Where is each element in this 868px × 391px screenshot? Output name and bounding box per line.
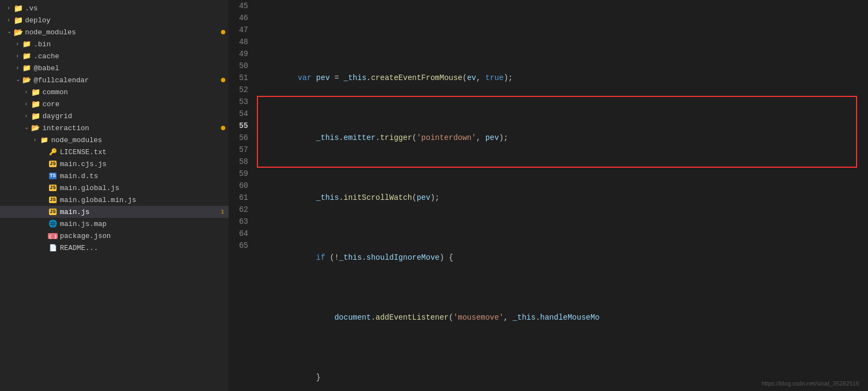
sidebar-item-common[interactable]: › 📁 common — [0, 86, 229, 98]
item-label: main.d.ts — [60, 172, 229, 180]
item-label: node_modules — [25, 28, 221, 36]
sidebar-item-main-global[interactable]: JS main.global.js — [0, 182, 229, 194]
line-num-59: 59 — [237, 168, 248, 180]
js-file-icon: JS — [48, 196, 58, 204]
js-file-icon: JS — [48, 160, 58, 168]
folder-cache-icon: 📁 — [22, 52, 32, 60]
sidebar-item-main-map[interactable]: 🌐 main.js.map — [0, 218, 229, 230]
sidebar-item-core[interactable]: › 📁 core — [0, 98, 229, 110]
item-label: core — [42, 100, 229, 108]
sidebar-item-package-json[interactable]: { } package.json — [0, 230, 229, 242]
item-label: daygrid — [42, 112, 229, 120]
sidebar-item-daygrid[interactable]: › 📁 daygrid — [0, 110, 229, 122]
item-label: deploy — [25, 16, 229, 25]
item-label: README... — [60, 244, 229, 252]
expand-arrow: › — [6, 28, 12, 36]
folder-icon: 📁 — [13, 4, 23, 13]
expand-arrow: › — [13, 65, 22, 71]
folder-icon: 📁 — [30, 88, 40, 96]
line-num-65: 65 — [237, 240, 248, 252]
file-icon: 📄 — [48, 243, 58, 252]
code-line-48: if (!_this.shouldIgnoreMove) { — [261, 252, 857, 264]
line-num-45: 45 — [237, 0, 248, 12]
item-label: package.json — [60, 232, 229, 240]
sidebar-item-bin[interactable]: › 📁 .bin — [0, 38, 229, 50]
ts-file-icon: TS — [48, 172, 58, 180]
line-num-57: 57 — [237, 144, 248, 156]
expand-arrow: › — [30, 137, 39, 143]
sidebar-item-fullcalendar[interactable]: › 📂 @fullcalendar — [0, 74, 229, 86]
line-num-46: 46 — [237, 12, 248, 24]
sidebar-item-vs[interactable]: › 📁 .vs — [0, 2, 229, 14]
line-num-49: 49 — [237, 48, 248, 60]
expand-arrow: › — [22, 89, 30, 95]
sidebar-item-node-modules[interactable]: › 📂 node_modules — [0, 26, 229, 38]
line-num-55: 55 — [237, 120, 248, 132]
modified-count: 1 — [220, 209, 224, 215]
sidebar-item-main-dts[interactable]: TS main.d.ts — [0, 170, 229, 182]
item-label: main.js — [60, 208, 220, 216]
code-editor: 45 46 47 48 49 50 51 52 53 54 55 56 57 5… — [229, 0, 868, 391]
folder-icon: 📁 — [30, 100, 40, 108]
sidebar-item-deploy[interactable]: › 📁 deploy — [0, 14, 229, 26]
folder-icon: 📁 — [13, 16, 23, 25]
folder-babel-icon: 📁 — [22, 64, 32, 72]
item-label: main.cjs.js — [60, 160, 229, 168]
line-num-64: 64 — [237, 228, 248, 240]
expand-arrow: › — [13, 41, 22, 47]
folder-nm-open-icon: 📂 — [13, 28, 23, 36]
expand-arrow: › — [15, 76, 21, 84]
folder-fc-icon: 📂 — [22, 76, 32, 84]
file-explorer: › 📁 .vs › 📁 deploy › 📂 node_modules › 📁 … — [0, 0, 229, 391]
item-label: interaction — [42, 124, 221, 132]
line-num-61: 61 — [237, 192, 248, 204]
expand-arrow: › — [4, 17, 13, 23]
item-label: .cache — [34, 52, 229, 60]
item-label: main.js.map — [60, 220, 229, 228]
modified-badge — [221, 78, 225, 82]
folder-interaction-icon: 📂 — [30, 124, 40, 132]
line-num-47: 47 — [237, 24, 248, 36]
code-line-45: var pev = _this.createEventFromMouse(ev,… — [261, 72, 857, 84]
item-label: main.global.min.js — [60, 196, 229, 204]
line-num-48: 48 — [237, 36, 248, 48]
sidebar-item-main-global-min[interactable]: JS main.global.min.js — [0, 194, 229, 206]
expand-arrow: › — [23, 124, 29, 132]
sidebar-item-cache[interactable]: › 📁 .cache — [0, 50, 229, 62]
map-file-icon: 🌐 — [48, 219, 58, 228]
modified-badge — [221, 126, 225, 130]
line-num-62: 62 — [237, 204, 248, 216]
pkg-file-icon: { } — [48, 231, 58, 240]
sidebar-item-main-js[interactable]: JS main.js 1 — [0, 206, 229, 218]
folder-bin-icon: 📁 — [22, 40, 32, 48]
item-label: @babel — [34, 64, 229, 72]
item-label: common — [42, 88, 229, 96]
code-line-47: _this.initScrollWatch(pev); — [261, 192, 857, 204]
line-num-52: 52 — [237, 84, 248, 96]
line-num-63: 63 — [237, 216, 248, 228]
code-content[interactable]: var pev = _this.createEventFromMouse(ev,… — [257, 0, 868, 391]
code-line-49: document.addEventListener('mousemove', _… — [261, 311, 857, 323]
item-label: main.global.js — [60, 184, 229, 192]
js-file-icon: JS — [48, 207, 58, 216]
line-num-50: 50 — [237, 60, 248, 72]
sidebar-item-main-cjs[interactable]: JS main.cjs.js — [0, 158, 229, 170]
watermark: https://blog.csdn.net/sinat_35282516 — [761, 380, 859, 387]
code-line-46: _this.emitter.trigger('pointerdown', pev… — [261, 132, 857, 144]
sidebar-item-interaction[interactable]: › 📂 interaction — [0, 122, 229, 134]
line-numbers: 45 46 47 48 49 50 51 52 53 54 55 56 57 5… — [229, 0, 257, 391]
sidebar-item-license[interactable]: 🔑 LICENSE.txt — [0, 146, 229, 158]
sidebar-item-babel[interactable]: › 📁 @babel — [0, 62, 229, 74]
line-num-53: 53 — [237, 96, 248, 108]
folder-nm-icon: 📁 — [39, 136, 49, 144]
line-num-56: 56 — [237, 132, 248, 144]
license-icon: 🔑 — [48, 148, 58, 156]
expand-arrow: › — [22, 113, 30, 119]
js-file-icon: JS — [48, 184, 58, 192]
expand-arrow: › — [22, 101, 30, 107]
sidebar-item-readme[interactable]: 📄 README... — [0, 242, 229, 254]
sidebar-item-node-modules-nested[interactable]: › 📁 node_modules — [0, 134, 229, 146]
item-label: .bin — [34, 40, 229, 48]
modified-badge — [221, 30, 225, 34]
expand-arrow: › — [13, 53, 22, 59]
